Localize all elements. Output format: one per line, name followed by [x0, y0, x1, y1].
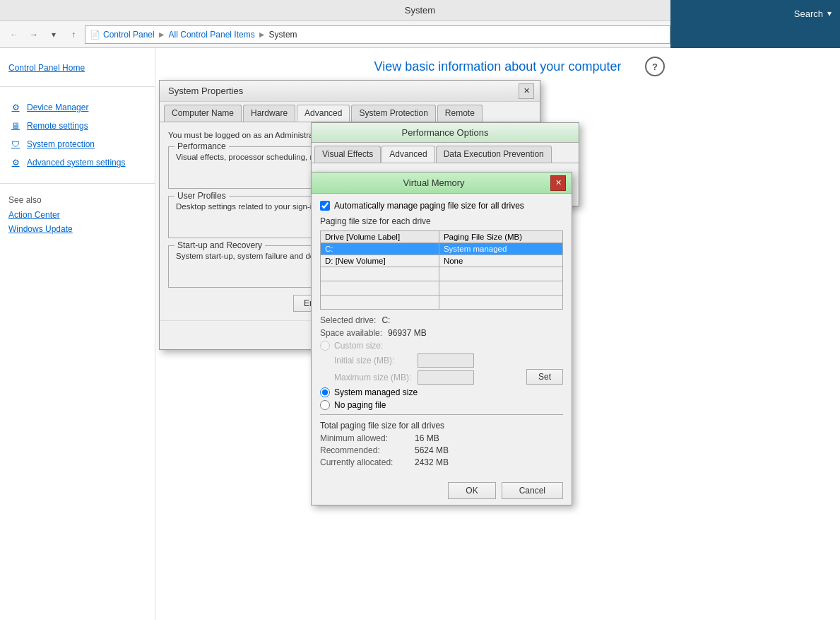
vm-close-button[interactable]: ✕ — [550, 175, 566, 191]
advanced-system-icon: ⚙ — [8, 156, 23, 170]
drive-row-empty3 — [321, 296, 563, 310]
sidebar-item-windows-update[interactable]: Windows Update — [8, 222, 146, 236]
sidebar-item-device-manager[interactable]: ⚙ Device Manager — [8, 98, 146, 117]
dialog-close-button[interactable]: ✕ — [519, 83, 534, 99]
back-button[interactable]: ← — [6, 26, 23, 43]
sidebar-home: Control Panel Home — [0, 55, 155, 81]
auto-manage-label: Automatically manage paging file size fo… — [334, 201, 524, 211]
dialog-title: System Properties — [168, 86, 243, 96]
perf-tab-advanced[interactable]: Advanced — [381, 146, 434, 163]
dropdown-button[interactable]: ▾ — [45, 26, 62, 43]
sidebar-item-action-center[interactable]: Action Center — [8, 208, 146, 222]
size-col-header: Paging File Size (MB) — [439, 231, 562, 243]
page-title: View basic information about your comput… — [167, 59, 829, 74]
max-size-input[interactable] — [418, 370, 474, 385]
drive-row-d[interactable]: D: [New Volume] None — [321, 255, 563, 267]
space-available-label: Space available: — [320, 328, 382, 338]
tab-computer-name[interactable]: Computer Name — [164, 105, 242, 122]
sidebar-home-link[interactable]: Control Panel Home — [8, 61, 146, 75]
drive-col-header: Drive [Volume Label] — [321, 231, 439, 243]
no-paging-label: No paging file — [334, 400, 386, 410]
sidebar-item-label: System protection — [27, 139, 95, 149]
system-managed-row: System managed size — [320, 387, 563, 397]
main-area: Control Panel Home ⚙ Device Manager 🖥 Re… — [0, 48, 840, 620]
tab-hardware[interactable]: Hardware — [243, 105, 295, 122]
vm-footer: OK Cancel — [312, 476, 572, 505]
forward-button[interactable]: → — [25, 26, 42, 43]
sidebar-item-advanced-system[interactable]: ⚙ Advanced system settings — [8, 153, 146, 172]
drive-c-label: C: — [321, 243, 439, 255]
drive-d-label: D: [New Volume] — [321, 255, 439, 267]
breadcrumb-sep1: ► — [158, 30, 166, 40]
vm-title: Virtual Memory — [317, 177, 550, 188]
selected-drive-row: Selected drive: C: — [320, 315, 563, 325]
window-title: System — [405, 5, 435, 16]
help-button[interactable]: ? — [645, 57, 665, 76]
windows-update-label: Windows Update — [8, 224, 73, 234]
auto-manage-row: Automatically manage paging file size fo… — [320, 201, 563, 211]
initial-size-input[interactable] — [418, 353, 474, 368]
dialog-title-bar: System Properties ✕ — [160, 81, 540, 102]
perf-title-bar: Performance Options — [312, 123, 579, 143]
vm-ok-button[interactable]: OK — [448, 482, 495, 499]
no-paging-radio[interactable] — [320, 400, 330, 410]
initial-size-label: Initial size (MB): — [334, 356, 412, 365]
drive-row-empty2 — [321, 281, 563, 296]
initial-size-row: Initial size (MB): — [334, 353, 563, 368]
breadcrumb-icon: 📄 — [90, 30, 100, 40]
min-allowed-val: 16 MB — [415, 433, 439, 443]
perf-tab-dep[interactable]: Data Execution Prevention — [436, 146, 552, 163]
system-managed-label: System managed size — [334, 387, 418, 397]
space-available-row: Space available: 96937 MB — [320, 328, 563, 338]
custom-size-label: Custom size: — [334, 341, 383, 351]
breadcrumb-all[interactable]: All Control Panel Items — [169, 30, 255, 40]
sidebar-item-system-protection[interactable]: 🛡 System protection — [8, 135, 146, 153]
vm-cancel-button[interactable]: Cancel — [502, 482, 563, 499]
set-button[interactable]: Set — [526, 369, 563, 385]
total-section: Total paging file size for all drives Mi… — [320, 414, 563, 467]
drive-table: Drive [Volume Label] Paging File Size (M… — [320, 230, 563, 310]
drive-d-size: None — [439, 255, 562, 267]
selected-drive-val: C: — [381, 315, 390, 325]
tab-remote[interactable]: Remote — [437, 105, 483, 122]
sidebar-item-label: Remote settings — [27, 121, 88, 131]
space-available-val: 96937 MB — [388, 328, 427, 338]
system-managed-radio[interactable] — [320, 387, 330, 397]
max-size-label: Maximum size (MB): — [334, 373, 412, 382]
breadcrumb-sep2: ► — [258, 30, 266, 40]
min-allowed-label: Minimum allowed: — [320, 433, 412, 443]
no-paging-row: No paging file — [320, 400, 563, 410]
sidebar-divider2 — [0, 183, 155, 184]
paging-label: Paging file size for each drive — [320, 216, 563, 226]
content-area: View basic information about your comput… — [155, 48, 840, 620]
custom-size-radio[interactable] — [320, 341, 330, 351]
breadcrumb[interactable]: 📄 Control Panel ► All Control Panel Item… — [85, 25, 670, 44]
tab-advanced[interactable]: Advanced — [297, 105, 350, 122]
recommended-val: 5624 MB — [415, 445, 449, 455]
sidebar-nav: ⚙ Device Manager 🖥 Remote settings 🛡 Sys… — [0, 93, 155, 177]
system-protection-icon: 🛡 — [8, 137, 23, 151]
sidebar-item-label: Device Manager — [27, 103, 88, 112]
see-also-section: See also Action Center Windows Update — [0, 189, 155, 239]
perf-title: Performance Options — [317, 127, 573, 138]
auto-manage-checkbox[interactable] — [320, 201, 330, 211]
current-allocated-label: Currently allocated: — [320, 457, 412, 467]
see-also-heading: See also — [8, 195, 146, 208]
up-button[interactable]: ↑ — [65, 26, 82, 43]
total-row-rec: Recommended: 5624 MB — [320, 445, 563, 455]
search-panel-label: Search — [794, 8, 823, 19]
tab-system-protection[interactable]: System Protection — [351, 105, 435, 122]
sidebar-item-remote-settings[interactable]: 🖥 Remote settings — [8, 117, 146, 135]
search-panel-icon: ▾ — [827, 8, 832, 18]
drive-row-c[interactable]: C: System managed — [321, 243, 563, 255]
total-title: Total paging file size for all drives — [320, 421, 563, 431]
startup-recovery-label: Start-up and Recovery — [174, 240, 265, 250]
drive-row-empty1 — [321, 267, 563, 281]
custom-size-row: Custom size: — [320, 341, 563, 351]
perf-tab-visual-effects[interactable]: Visual Effects — [314, 146, 381, 163]
breadcrumb-cp[interactable]: Control Panel — [103, 30, 155, 40]
search-panel-header[interactable]: Search ▾ — [670, 0, 840, 27]
remote-settings-icon: 🖥 — [8, 119, 23, 133]
sidebar-home-label: Control Panel Home — [8, 63, 85, 73]
virtual-memory-dialog: Virtual Memory ✕ Automatically manage pa… — [311, 172, 572, 505]
